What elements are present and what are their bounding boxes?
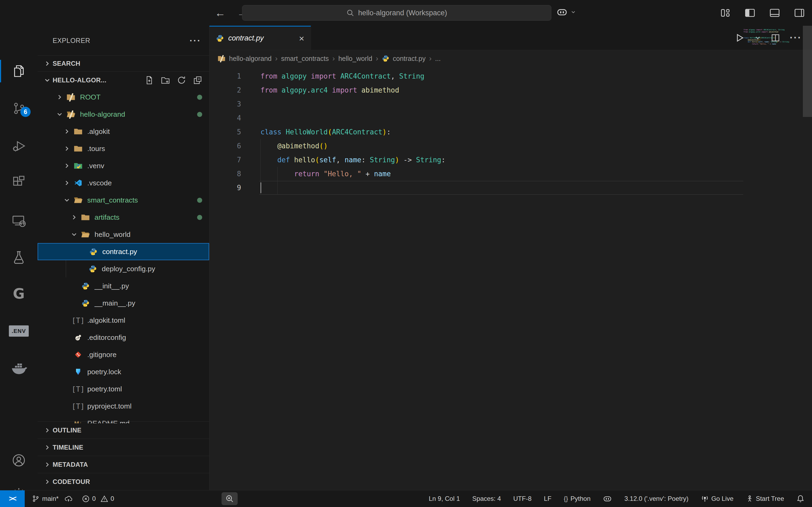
tree-item--tours[interactable]: .tours — [38, 140, 209, 157]
command-center-search[interactable]: hello-algorand (Workspace) — [242, 5, 551, 21]
activity-remote-explorer[interactable] — [0, 208, 38, 234]
activity-explorer[interactable] — [0, 58, 38, 84]
python-interpreter[interactable]: 3.12.0 ('.venv': Poetry) — [624, 495, 689, 502]
activity-accounts[interactable] — [0, 447, 38, 473]
breadcrumb-item[interactable]: ... — [435, 55, 441, 62]
language-mode[interactable]: {} Python — [564, 495, 591, 502]
refresh-icon[interactable] — [177, 76, 186, 85]
section-workspace[interactable]: HELLO-ALGOR... — [38, 71, 209, 89]
collapse-all-icon[interactable] — [193, 76, 202, 85]
tree-item-smart-contracts[interactable]: smart_contracts — [38, 191, 209, 209]
git-modified-dot — [197, 95, 202, 100]
code-editor[interactable]: 1from algopy import ARC4Contract, String… — [209, 67, 812, 490]
code-line-1[interactable]: 1from algopy import ARC4Contract, String — [209, 69, 812, 83]
copilot-status-icon[interactable] — [603, 494, 612, 503]
encoding[interactable]: UTF-8 — [513, 495, 532, 502]
tree-item-deploy-config-py[interactable]: deploy_config.py — [38, 260, 209, 277]
tree-item--gitignore[interactable]: .gitignore — [38, 346, 209, 363]
twisty-down-icon[interactable] — [54, 111, 65, 118]
indentation[interactable]: Spaces: 4 — [472, 495, 501, 502]
breadcrumb-item[interactable]: smart_contracts — [281, 55, 329, 62]
tree-item-label: __main__.py — [95, 299, 135, 307]
eol-sequence[interactable]: LF — [544, 495, 552, 502]
twisty-down-icon[interactable] — [61, 196, 73, 204]
cursor-position[interactable]: Ln 9, Col 1 — [429, 495, 460, 502]
tree-item-hello-algorand[interactable]: hello-algorand — [38, 106, 209, 123]
section-outline[interactable]: OUTLINE — [38, 421, 209, 439]
activity-source-control[interactable]: 6 — [0, 96, 38, 121]
toggle-sidebar-icon[interactable] — [744, 7, 756, 19]
tree-item-hello-world[interactable]: hello_world — [38, 226, 209, 243]
activity-testing[interactable] — [0, 244, 38, 270]
tree-item-poetry-toml[interactable]: [T]poetry.toml — [38, 380, 209, 398]
tree-item--main-py[interactable]: __main__.py — [38, 294, 209, 312]
tree-item--algokit-toml[interactable]: [T].algokit.toml — [38, 312, 209, 329]
vscode-window: ← → hello-algorand (Workspace) — [0, 0, 812, 507]
python-icon — [216, 34, 224, 42]
twisty-down-icon[interactable] — [68, 231, 80, 238]
person-icon — [746, 495, 754, 502]
explorer-more-actions[interactable]: ··· — [190, 36, 201, 46]
tree-item-contract-py[interactable]: contract.py — [38, 243, 209, 260]
zoom-status-item[interactable] — [221, 492, 238, 505]
section-metadata[interactable]: METADATA — [38, 456, 209, 473]
code-line-6[interactable]: 6 @abimethod() — [209, 139, 812, 153]
code-line-5[interactable]: 5class HelloWorld(ARC4Contract): — [209, 125, 812, 139]
breadcrumb-item[interactable]: hello-algorand — [229, 55, 271, 62]
activity-dotenv[interactable]: .ENV — [0, 318, 38, 344]
toggle-panel-icon[interactable] — [768, 7, 781, 19]
git-modified-dot — [197, 215, 202, 220]
activity-algorand[interactable]: G — [0, 281, 38, 306]
activity-docker[interactable] — [0, 356, 38, 382]
back-arrow-icon[interactable]: ← — [215, 7, 225, 19]
customize-layout-icon[interactable] — [719, 7, 731, 19]
problems-status[interactable]: 0 0 — [82, 495, 114, 503]
section-codetour[interactable]: CODETOUR — [38, 473, 209, 490]
code-line-7[interactable]: 7 def hello(self, name: String) -> Strin… — [209, 153, 812, 167]
tab-bar: contract.py × ··· — [209, 26, 812, 50]
twisty-right-icon[interactable] — [61, 128, 73, 135]
run-python-file-icon[interactable] — [735, 33, 745, 43]
tree-item--init-py[interactable]: __init__.py — [38, 277, 209, 294]
section-search[interactable]: SEARCH — [38, 55, 209, 72]
code-line-4[interactable]: 4 — [209, 111, 812, 125]
branch-status[interactable]: main* — [32, 494, 73, 503]
editor-scrollbar[interactable] — [803, 26, 812, 117]
code-line-8[interactable]: 8 return "Hello, " + name — [209, 167, 812, 181]
code-line-9[interactable]: 9 — [209, 181, 812, 195]
tree-item-root[interactable]: ROOT — [38, 89, 209, 106]
tree-item--editorconfig[interactable]: .editorconfig — [38, 329, 209, 346]
tree-item-pyproject-toml[interactable]: [T]pyproject.toml — [38, 398, 209, 415]
breadcrumb-item[interactable]: contract.py — [393, 55, 425, 62]
activity-extensions[interactable] — [0, 169, 38, 195]
twisty-right-icon[interactable] — [68, 214, 80, 221]
tree-item-poetry-lock[interactable]: poetry.lock — [38, 363, 209, 380]
go-live[interactable]: Go Live — [701, 495, 733, 503]
tree-item--algokit[interactable]: .algokit — [38, 123, 209, 140]
minimap[interactable]: from algopy import ARC4Contract, String … — [744, 29, 793, 47]
twisty-right-icon[interactable] — [61, 179, 73, 187]
tree-item--vscode[interactable]: .vscode — [38, 174, 209, 191]
breadcrumb-item[interactable]: hello_world — [338, 55, 372, 62]
toggle-secondary-sidebar-icon[interactable] — [793, 7, 806, 19]
tree-item--venv[interactable]: .venv — [38, 157, 209, 174]
section-timeline[interactable]: TIMELINE — [38, 439, 209, 456]
start-tree[interactable]: Start Tree — [746, 495, 784, 502]
new-folder-icon[interactable] — [161, 76, 170, 85]
new-file-icon[interactable] — [145, 76, 154, 85]
activity-run-debug[interactable] — [0, 133, 38, 159]
sync-publish-icon[interactable] — [64, 494, 73, 503]
twisty-right-icon[interactable] — [54, 93, 65, 101]
copilot-menu[interactable] — [556, 6, 576, 18]
tab-contract-py[interactable]: contract.py × — [209, 26, 311, 50]
close-tab-icon[interactable]: × — [299, 34, 304, 43]
code-line-3[interactable]: 3 — [209, 97, 812, 111]
code-line-2[interactable]: 2from algopy.arc4 import abimethod — [209, 83, 812, 97]
tree-item-label: deploy_config.py — [102, 265, 155, 273]
tree-item-label: contract.py — [102, 247, 137, 256]
twisty-right-icon[interactable] — [61, 145, 73, 152]
notifications-bell-icon[interactable] — [797, 495, 805, 503]
remote-indicator[interactable]: >< — [0, 490, 25, 507]
twisty-right-icon[interactable] — [61, 162, 73, 170]
tree-item-artifacts[interactable]: artifacts — [38, 209, 209, 226]
